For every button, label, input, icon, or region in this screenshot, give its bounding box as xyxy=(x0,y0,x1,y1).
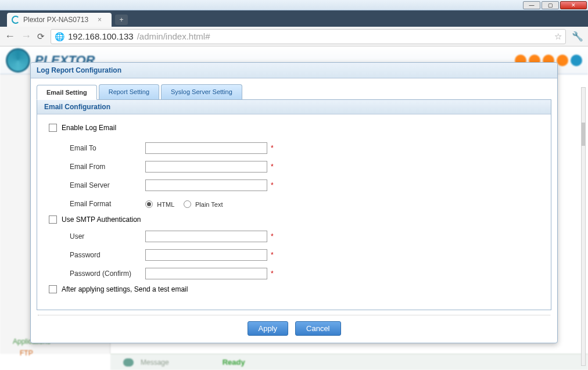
tab-email-setting[interactable]: Email Setting xyxy=(37,85,97,100)
send-test-email-checkbox[interactable] xyxy=(49,285,57,293)
send-test-email-label: After applying settings, Send a test ema… xyxy=(62,285,188,293)
apply-button[interactable]: Apply xyxy=(248,321,289,336)
settings-wrench-icon[interactable]: 🔧 xyxy=(572,31,583,42)
required-mark: * xyxy=(271,144,274,152)
required-mark: * xyxy=(271,163,274,171)
brand-logo-icon xyxy=(6,48,30,73)
email-format-html-label: HTML xyxy=(157,201,174,208)
email-server-input[interactable] xyxy=(145,179,267,191)
browser-tab-active[interactable]: Plextor PX-NAS0713 × xyxy=(7,13,112,27)
email-format-label: Email Format xyxy=(70,200,145,208)
window-maximize-button[interactable]: ▢ xyxy=(542,1,559,9)
email-server-label: Email Server xyxy=(70,181,145,189)
required-mark: * xyxy=(271,232,274,240)
enable-log-email-checkbox[interactable] xyxy=(49,124,57,132)
email-to-label: Email To xyxy=(70,144,145,152)
tab-close-icon[interactable]: × xyxy=(98,16,102,24)
nav-back-icon[interactable]: ← xyxy=(5,30,15,42)
status-ready: Ready xyxy=(223,358,245,367)
bookmark-star-icon[interactable]: ☆ xyxy=(554,31,562,42)
password-input[interactable] xyxy=(145,249,267,261)
required-mark: * xyxy=(271,251,274,259)
email-format-html-radio[interactable] xyxy=(145,200,153,208)
window-minimize-button[interactable]: — xyxy=(523,1,540,9)
window-titlebar: — ▢ ✕ xyxy=(0,0,588,10)
dialog-title: Log Report Configuration xyxy=(31,63,557,78)
reload-icon[interactable]: ⟳ xyxy=(37,31,45,42)
required-mark: * xyxy=(271,270,274,278)
header-action-icon[interactable] xyxy=(557,55,568,66)
url-path: /admin/index.html# xyxy=(137,31,210,41)
sidebar-item-ftp[interactable]: FTP xyxy=(5,347,105,359)
smtp-auth-label: Use SMTP Authentication xyxy=(62,215,141,224)
globe-icon: 🌐 xyxy=(55,32,64,41)
user-input[interactable] xyxy=(145,231,267,242)
browser-tab-title: Plextor PX-NAS0713 xyxy=(23,16,88,24)
dialog-tabs: Email Setting Report Setting Syslog Serv… xyxy=(37,84,551,99)
browser-toolbar: ← → ⟳ 🌐 192.168.100.133/admin/index.html… xyxy=(0,27,588,46)
section-header: Email Configuration xyxy=(37,100,551,114)
tab-syslog-server-setting[interactable]: Syslog Server Setting xyxy=(161,84,242,99)
log-report-config-dialog: Log Report Configuration Email Setting R… xyxy=(30,62,558,343)
email-to-input[interactable] xyxy=(145,142,267,154)
enable-log-email-label: Enable Log Email xyxy=(62,124,116,132)
nav-forward-icon[interactable]: → xyxy=(21,30,31,42)
tab-panel-email: Email Configuration Enable Log Email Ema… xyxy=(37,99,551,310)
scrollbar-thumb[interactable] xyxy=(582,123,585,146)
address-bar[interactable]: 🌐 192.168.100.133/admin/index.html# ☆ xyxy=(51,29,566,44)
divider xyxy=(38,315,550,315)
status-message-label: Message xyxy=(141,358,169,367)
cancel-button[interactable]: Cancel xyxy=(295,321,340,336)
url-host: 192.168.100.133 xyxy=(68,31,134,41)
smtp-auth-checkbox[interactable] xyxy=(49,215,57,224)
enable-log-email-row: Enable Log Email xyxy=(49,124,539,132)
browser-tab-bar: Plextor PX-NAS0713 × + xyxy=(0,10,588,27)
email-format-plain-label: Plain Text xyxy=(195,201,223,208)
favicon-icon xyxy=(12,16,20,24)
tab-report-setting[interactable]: Report Setting xyxy=(99,84,159,99)
password-confirm-label: Password (Confirm) xyxy=(70,270,145,278)
email-format-plain-radio[interactable] xyxy=(184,200,191,208)
window-close-button[interactable]: ✕ xyxy=(560,1,587,9)
email-from-input[interactable] xyxy=(145,161,267,173)
password-confirm-input[interactable] xyxy=(145,268,267,279)
required-mark: * xyxy=(271,181,274,189)
page-body: PLEXTOR Applications FTP Message Ready L… xyxy=(0,46,588,370)
email-from-label: Email From xyxy=(70,163,145,171)
password-label: Password xyxy=(70,251,145,259)
dialog-button-row: Apply Cancel xyxy=(37,321,551,336)
user-label: User xyxy=(70,232,145,240)
message-icon xyxy=(123,358,134,367)
scrollbar[interactable] xyxy=(581,87,586,366)
header-action-icon[interactable] xyxy=(571,55,582,66)
new-tab-button[interactable]: + xyxy=(115,15,128,25)
